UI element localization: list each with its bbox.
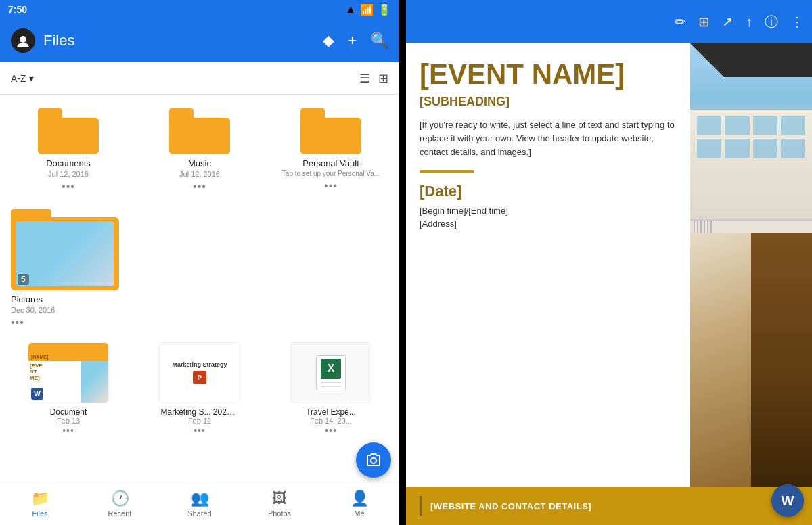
folder-icon-vault — [300, 108, 361, 154]
svg-point-2 — [371, 458, 376, 463]
file-thumb-marketing[interactable]: Marketing Strategy P Marketing S... 2020… — [137, 340, 263, 438]
doc-preview-content: [NAME] [EVENTME] W — [28, 343, 108, 403]
file-preview-marketing: Marketing Strategy P — [159, 342, 240, 403]
panel-divider — [399, 0, 406, 525]
nav-me[interactable]: 👤 Me — [319, 486, 399, 522]
file-thumb-travel[interactable]: X Travel Expe... Feb 14, 20... ••• — [268, 340, 394, 438]
nav-recent-label: Recent — [108, 509, 132, 518]
doc-area: [EVENT NAME] [SUBHEADING] [If you're rea… — [406, 43, 812, 487]
list-view-icon[interactable]: ☰ — [359, 71, 370, 86]
left-panel: 7:50 ▲ 📶 🔋 Files ◆ + 🔍 A-Z ▾ ☰ ⊞ — [0, 0, 399, 525]
share-icon[interactable]: ↑ — [746, 14, 752, 30]
folder-item-documents[interactable]: Documents Jul 12, 2016 ••• — [5, 103, 131, 198]
nav-files[interactable]: 📁 Files — [0, 486, 80, 522]
status-icons: ▲ 📶 🔋 — [345, 3, 391, 16]
footer-text: [WEBSITE AND CONTACT DETAILS] — [430, 501, 591, 511]
doc-main: [EVENT NAME] [SUBHEADING] [If you're rea… — [406, 43, 690, 487]
marketing-preview: Marketing Strategy P — [160, 343, 240, 403]
folder-item-pictures[interactable]: 5 Pictures Dec 30, 2016 ••• — [5, 204, 394, 334]
camera-fab[interactable] — [356, 442, 391, 478]
folder-name-documents: Documents — [46, 158, 91, 168]
battery-icon: 🔋 — [378, 3, 391, 16]
page-title: Files — [43, 32, 315, 49]
edit-icon[interactable]: ✏ — [675, 14, 686, 30]
me-icon: 👤 — [351, 490, 369, 507]
body-text: [If you're ready to write, just select a… — [420, 118, 677, 159]
file-more-document[interactable]: ••• — [62, 425, 74, 436]
pictures-row: 5 Pictures Dec 30, 2016 ••• — [5, 204, 394, 334]
nav-recent[interactable]: 🕐 Recent — [80, 486, 160, 522]
recent-icon: 🕐 — [111, 490, 129, 507]
grid-view-icon[interactable]: ⊞ — [378, 71, 388, 86]
folder-more-pictures[interactable]: ••• — [11, 317, 24, 329]
file-name-marketing: Marketing S... 2020 Plan — [161, 407, 239, 417]
file-area: Documents Jul 12, 2016 ••• Music Jul 12,… — [0, 95, 399, 482]
search-icon[interactable]: 🔍 — [370, 32, 388, 49]
add-icon[interactable]: + — [348, 32, 357, 49]
word-fab[interactable]: W — [771, 484, 804, 517]
doc-img-bottom-row — [690, 233, 812, 487]
sort-bar: A-Z ▾ ☰ ⊞ — [0, 62, 399, 95]
file-date-travel: Feb 14, 20... — [310, 417, 352, 425]
expand-icon[interactable]: ↗ — [722, 14, 734, 30]
files-icon: 📁 — [31, 490, 49, 507]
doc-footer: [WEBSITE AND CONTACT DETAILS] — [406, 487, 812, 525]
nav-photos-label: Photos — [268, 509, 291, 518]
gold-divider — [420, 170, 474, 173]
folder-icon-music — [169, 108, 230, 154]
grid-icon[interactable]: ⊞ — [698, 14, 710, 30]
info-icon[interactable]: ⓘ — [765, 13, 778, 31]
file-more-marketing[interactable]: ••• — [194, 425, 206, 436]
sort-icons: ☰ ⊞ — [359, 71, 388, 86]
folder-date-documents: Jul 12, 2016 — [48, 170, 89, 178]
top-bar: Files ◆ + 🔍 — [0, 19, 399, 62]
folder-more-vault[interactable]: ••• — [324, 180, 338, 192]
nav-files-label: Files — [32, 509, 47, 518]
excel-preview: X — [291, 343, 371, 403]
top-bar-icons: ◆ + 🔍 — [323, 32, 388, 49]
folder-name-music: Music — [188, 158, 211, 168]
more-icon[interactable]: ⋮ — [790, 14, 804, 30]
recent-files-row: [NAME] [EVENTME] W Document Feb 13 ••• — [5, 340, 394, 438]
wifi-icon: ▲ — [345, 3, 356, 16]
file-preview-document: [NAME] [EVENTME] W — [28, 342, 109, 403]
nav-photos[interactable]: 🖼 Photos — [240, 486, 319, 522]
folder-date-vault: Tap to set up your Personal Va... — [282, 170, 380, 177]
nav-me-label: Me — [354, 509, 364, 518]
event-name: [EVENT NAME] — [420, 60, 677, 89]
sort-label[interactable]: A-Z ▾ — [11, 73, 34, 84]
right-panel: ✏ ⊞ ↗ ↑ ⓘ ⋮ [EVENT NAME] [SUBHEADING] [I… — [406, 0, 812, 525]
diamond-icon[interactable]: ◆ — [323, 32, 334, 49]
top-folders-row: Documents Jul 12, 2016 ••• Music Jul 12,… — [5, 103, 394, 198]
file-name-document: Document — [50, 407, 87, 417]
svg-point-0 — [20, 36, 26, 43]
file-preview-travel: X — [290, 342, 371, 403]
event-details: [Begin time]/[End time][Address] — [420, 204, 677, 231]
chevron-down-icon: ▾ — [29, 73, 34, 84]
folder-more-music[interactable]: ••• — [193, 181, 206, 193]
bottom-nav: 📁 Files 🕐 Recent 👥 Shared 🖼 Photos 👤 Me — [0, 482, 399, 525]
right-panel-inner: [EVENT NAME] [SUBHEADING] [If you're rea… — [406, 43, 812, 525]
doc-images — [690, 43, 812, 487]
nav-shared-label: Shared — [187, 509, 211, 518]
folder-count-pictures: 5 — [18, 274, 29, 285]
date-label: [Date] — [420, 183, 677, 200]
subheading: [SUBHEADING] — [420, 95, 677, 109]
folder-item-vault[interactable]: Personal Vault Tap to set up your Person… — [268, 103, 394, 198]
shared-icon: 👥 — [191, 490, 209, 507]
file-thumb-document[interactable]: [NAME] [EVENTME] W Document Feb 13 ••• — [5, 340, 131, 438]
doc-img-bottom-right — [751, 233, 812, 487]
file-more-travel[interactable]: ••• — [325, 425, 337, 436]
folder-date-pictures: Dec 30, 2016 — [11, 306, 55, 314]
right-top-bar: ✏ ⊞ ↗ ↑ ⓘ ⋮ — [406, 0, 812, 43]
folder-date-music: Jul 12, 2016 — [179, 170, 220, 178]
folder-item-music[interactable]: Music Jul 12, 2016 ••• — [137, 103, 263, 198]
photos-icon: 🖼 — [272, 490, 287, 507]
folder-name-pictures: Pictures — [11, 294, 43, 304]
folder-more-documents[interactable]: ••• — [62, 181, 75, 193]
avatar[interactable] — [11, 28, 35, 53]
word-icon: W — [31, 388, 43, 400]
svg-point-1 — [17, 43, 29, 47]
nav-shared[interactable]: 👥 Shared — [160, 486, 240, 522]
folder-name-vault: Personal Vault — [302, 158, 359, 168]
